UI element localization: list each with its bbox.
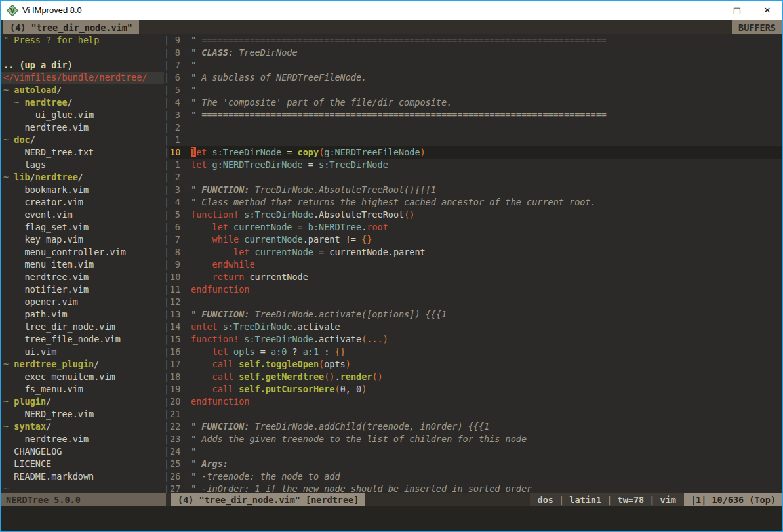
code-line[interactable]: 9 endwhile <box>169 258 782 271</box>
close-button[interactable]: ✕ <box>752 1 782 20</box>
tree-item[interactable]: ~ plugin/ <box>1 396 164 408</box>
separator-glyph: | <box>164 34 169 47</box>
code-line[interactable]: 18 call self.getNerdtree().render() <box>169 371 782 383</box>
code-line[interactable]: 24" <box>169 445 782 458</box>
code-line[interactable]: 5" <box>169 84 782 96</box>
relative-line-number: 2 <box>169 171 180 184</box>
code-line[interactable]: 22" FUNCTION: TreeDirNode.addChild(treen… <box>169 420 782 433</box>
separator-glyph: | <box>164 358 169 371</box>
relative-line-number: 1 <box>169 134 180 146</box>
separator-glyph: | <box>164 383 169 396</box>
minimize-button[interactable]: ─ <box>692 1 722 20</box>
separator-glyph: | <box>164 483 169 493</box>
tree-item[interactable]: tags <box>1 159 164 171</box>
code-line[interactable]: 12 <box>169 296 782 308</box>
code-line[interactable]: 27" -inOrder: 1 if the new node should b… <box>169 483 782 493</box>
code-line[interactable]: 2 <box>169 171 782 184</box>
tree-item[interactable]: ui_glue.vim <box>1 109 164 121</box>
tree-item[interactable]: key_map.vim <box>1 234 164 246</box>
tree-item[interactable]: flag_set.vim <box>1 221 164 234</box>
code-line[interactable]: 23" Adds the given treenode to the list … <box>169 433 782 445</box>
code-line[interactable]: 6 let currentNode = b:NERDTree.root <box>169 221 782 234</box>
tree-item[interactable]: README.markdown <box>1 470 164 483</box>
code-line[interactable]: 6" A subclass of NERDTreeFileNode. <box>169 72 782 84</box>
status-gap <box>166 493 171 506</box>
code-line[interactable]: 14unlet s:TreeDirNode.activate <box>169 321 782 333</box>
tree-item[interactable]: event.vim <box>1 209 164 221</box>
code-line[interactable]: 1let g:NERDTreeDirNode = s:TreeDirNode <box>169 159 782 171</box>
relative-line-number: 6 <box>169 221 180 234</box>
code-line[interactable]: 10let s:TreeDirNode = copy(g:NERDTreeFil… <box>169 146 782 159</box>
relative-line-number: 9 <box>169 258 180 271</box>
code-line[interactable]: 20endfunction <box>169 396 782 408</box>
code-line[interactable]: 19 call self.putCursorHere(0, 0) <box>169 383 782 396</box>
code-line[interactable]: 5function! s:TreeDirNode.AbsoluteTreeRoo… <box>169 209 782 221</box>
tree-item[interactable]: .. (up a dir) <box>1 59 164 72</box>
code-line[interactable]: 1 <box>169 134 782 146</box>
window-separator[interactable]: ||||||||||||||||||||||||||||||||||||| <box>164 34 169 493</box>
tree-item[interactable]: tree_dir_node.vim <box>1 321 164 333</box>
file-flags: dos | latin1 | tw=78 | vim <box>530 493 684 506</box>
code-line[interactable]: 11endfunction <box>169 283 782 296</box>
tree-item[interactable]: creator.vim <box>1 196 164 209</box>
tree-item[interactable]: ~ lib/nerdtree/ <box>1 171 164 184</box>
separator-glyph: | <box>164 283 169 296</box>
tree-item[interactable]: exec_menuitem.vim <box>1 371 164 383</box>
maximize-button[interactable]: □ <box>722 1 752 20</box>
separator-glyph: | <box>164 258 169 271</box>
editor-window[interactable]: 9" =====================================… <box>169 34 782 493</box>
code-line[interactable]: 21 <box>169 408 782 420</box>
tree-item[interactable] <box>1 47 164 59</box>
code-line[interactable]: 17 call self.toggleOpen(opts) <box>169 358 782 371</box>
code-line[interactable]: 7" <box>169 59 782 72</box>
tree-item[interactable]: ~ syntax/ <box>1 420 164 433</box>
tree-item[interactable]: " Press ? for help <box>1 34 164 47</box>
tree-item[interactable]: ~ nerdtree/ <box>1 96 164 109</box>
code-line[interactable]: 4" Class method that returns the highest… <box>169 196 782 209</box>
separator-glyph: | <box>164 271 169 283</box>
tree-item[interactable]: menu_item.vim <box>1 258 164 271</box>
tree-item[interactable]: ~ doc/ <box>1 134 164 146</box>
relative-line-number: 21 <box>169 408 180 420</box>
tree-item[interactable]: opener.vim <box>1 296 164 308</box>
code-line[interactable]: 8 let currentNode = currentNode.parent <box>169 246 782 258</box>
code-line[interactable]: 4" The 'composite' part of the file/dir … <box>169 96 782 109</box>
tree-item[interactable]: ~ <box>1 483 164 493</box>
code-line[interactable]: 15function! s:TreeDirNode.activate(...) <box>169 333 782 346</box>
code-line[interactable]: 7 while currentNode.parent != {} <box>169 234 782 246</box>
code-line[interactable]: 9" =====================================… <box>169 34 782 47</box>
separator-glyph: | <box>164 159 169 171</box>
tree-item[interactable]: nerdtree.vim <box>1 433 164 445</box>
tree-item[interactable]: fs_menu.vim <box>1 383 164 396</box>
tree-item[interactable]: nerdtree.vim <box>1 271 164 283</box>
tree-item[interactable]: LICENCE <box>1 458 164 470</box>
buffer-tab[interactable]: (4) "tree_dir_node.vim" <box>3 20 139 34</box>
tree-item[interactable]: CHANGELOG <box>1 445 164 458</box>
tree-item[interactable]: ~ nerdtree_plugin/ <box>1 358 164 371</box>
separator-glyph: | <box>164 146 169 159</box>
code-line[interactable]: 10 return currentNode <box>169 271 782 283</box>
relative-line-number: 27 <box>169 483 180 493</box>
tree-item[interactable]: ui.vim <box>1 346 164 358</box>
code-line[interactable]: 3" FUNCTION: TreeDirNode.AbsoluteTreeRoo… <box>169 184 782 196</box>
code-line[interactable]: 3" =====================================… <box>169 109 782 121</box>
tree-item[interactable]: bookmark.vim <box>1 184 164 196</box>
tree-item[interactable]: ~ autoload/ <box>1 84 164 96</box>
tree-root-item[interactable]: </vimfiles/bundle/nerdtree/ <box>1 72 164 84</box>
tree-item[interactable]: menu_controller.vim <box>1 246 164 258</box>
tree-item[interactable]: nerdtree.vim <box>1 121 164 134</box>
code-line[interactable]: 26" -treenode: the node to add <box>169 470 782 483</box>
code-line[interactable]: 16 let opts = a:0 ? a:1 : {} <box>169 346 782 358</box>
tabline: (4) "tree_dir_node.vim" BUFFERS <box>1 20 782 34</box>
tree-item[interactable]: NERD_tree.txt <box>1 146 164 159</box>
code-line[interactable]: 8" CLASS: TreeDirNode <box>169 47 782 59</box>
nerdtree-window[interactable]: " Press ? for help.. (up a dir)</vimfile… <box>1 34 164 493</box>
code-line[interactable]: 2 <box>169 121 782 134</box>
code-line[interactable]: 13" FUNCTION: TreeDirNode.activate([opti… <box>169 308 782 321</box>
tree-item[interactable]: NERD_tree.vim <box>1 408 164 420</box>
code-line[interactable]: 25" Args: <box>169 458 782 470</box>
tree-item[interactable]: path.vim <box>1 308 164 321</box>
tree-item[interactable]: tree_file_node.vim <box>1 333 164 346</box>
nerdtree-status: NERDTree 5.0.0 <box>1 493 166 506</box>
tree-item[interactable]: notifier.vim <box>1 283 164 296</box>
